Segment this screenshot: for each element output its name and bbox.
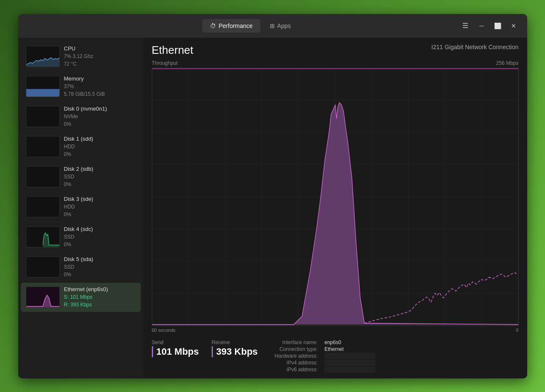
ipv4-address-val xyxy=(324,360,375,366)
main-title: Ethernet xyxy=(152,44,193,57)
disk5-thumbnail xyxy=(26,256,60,278)
performance-icon: ⏱ xyxy=(210,22,216,29)
menu-button[interactable]: ☰ xyxy=(459,19,472,32)
memory-info: Memory 37% 5.78 GiB/15.5 GiB xyxy=(64,75,136,98)
sidebar-item-disk0[interactable]: Disk 0 (nvme0n1) NVMe 0% xyxy=(21,102,141,131)
sidebar-item-memory[interactable]: Memory 37% 5.78 GiB/15.5 GiB xyxy=(21,72,141,101)
sidebar-item-disk3[interactable]: Disk 3 (sde) HDD 0% xyxy=(21,192,141,222)
x-start-label: 60 seconds xyxy=(152,328,176,333)
close-button[interactable]: ✕ xyxy=(507,19,520,32)
content-area: CPU 7% 3.12 Ghz 72 °C Memory 37% 5.78 Gi… xyxy=(18,38,527,378)
disk0-thumbnail xyxy=(26,106,60,127)
memory-thumbnail xyxy=(26,76,60,97)
connection-type-val: Ethernet xyxy=(324,346,375,352)
window-controls: ☰ ─ ⬜ ✕ xyxy=(459,19,520,32)
receive-label: Receive xyxy=(212,339,258,345)
disk3-info: Disk 3 (sde) HDD 0% xyxy=(64,196,136,218)
disk1-info: Disk 1 (sdd) HDD 0% xyxy=(64,136,136,158)
ethernet-info: Ethernet (enp6s0) S: 101 Mbps R: 393 Kbp… xyxy=(64,286,136,309)
hardware-address-val xyxy=(324,353,375,359)
ethernet-thumbnail xyxy=(26,286,60,308)
main-subtitle: I211 Gigabit Network Connection xyxy=(431,44,518,50)
svg-marker-8 xyxy=(152,103,518,325)
chart-bottom-labels: 60 seconds 0 xyxy=(152,328,519,333)
disk2-info: Disk 2 (sdb) SSD 0% xyxy=(64,166,136,188)
disk2-thumbnail xyxy=(26,166,60,187)
chart-container xyxy=(152,68,519,326)
throughput-label: Throughput xyxy=(152,60,178,66)
y-max-label: 256 Mbps xyxy=(496,60,519,66)
main-header: Ethernet I211 Gigabit Network Connection xyxy=(143,38,527,60)
maximize-button[interactable]: ⬜ xyxy=(491,19,504,32)
svg-marker-0 xyxy=(26,58,59,67)
svg-rect-6 xyxy=(152,68,518,325)
chart-area: Throughput 256 Mbps xyxy=(152,60,519,335)
tab-performance[interactable]: ⏱ Performance xyxy=(202,19,260,33)
connection-type-key: Connection type: xyxy=(275,346,318,352)
tab-bar: ⏱ Performance ⊞ Apps xyxy=(202,19,298,33)
tab-apps-label: Apps xyxy=(277,22,291,29)
interface-name-key: Interface name: xyxy=(275,339,318,345)
disk5-info: Disk 5 (sda) SSD 0% xyxy=(64,256,136,278)
main-window: ⏱ Performance ⊞ Apps ☰ ─ ⬜ ✕ xyxy=(18,14,527,378)
disk4-info: Disk 4 (sdc) SSD 0% xyxy=(64,226,136,248)
cpu-thumbnail xyxy=(26,46,60,67)
titlebar: ⏱ Performance ⊞ Apps ☰ ─ ⬜ ✕ xyxy=(18,14,527,38)
ipv6-address-key: IPv6 address: xyxy=(275,367,318,373)
tab-performance-label: Performance xyxy=(218,22,252,29)
sidebar-item-disk1[interactable]: Disk 1 (sdd) HDD 0% xyxy=(21,132,141,161)
sidebar-item-disk4[interactable]: Disk 4 (sdc) SSD 0% xyxy=(21,222,141,252)
disk4-thumbnail xyxy=(26,226,60,247)
x-end-label: 0 xyxy=(516,328,518,333)
disk0-info: Disk 0 (nvme0n1) NVMe 0% xyxy=(64,106,136,128)
interface-name-val: enp6s0 xyxy=(324,339,375,345)
svg-rect-5 xyxy=(152,68,518,325)
sidebar-item-disk2[interactable]: Disk 2 (sdb) SSD 0% xyxy=(21,162,141,192)
ipv6-address-val xyxy=(324,367,375,373)
receive-value: 393 Kbps xyxy=(212,346,258,357)
disk1-thumbnail xyxy=(26,136,60,157)
send-value: 101 Mbps xyxy=(152,346,199,357)
sidebar-item-ethernet[interactable]: Ethernet (enp6s0) S: 101 Mbps R: 393 Kbp… xyxy=(21,283,141,312)
hardware-address-key: Hardware address: xyxy=(275,353,318,359)
receive-metric: Receive 393 Kbps xyxy=(212,339,258,373)
sidebar-item-cpu[interactable]: CPU 7% 3.12 Ghz 72 °C xyxy=(21,42,141,71)
ipv4-address-key: IPv4 address: xyxy=(275,360,318,366)
send-recv-panel: Send 101 Mbps Receive 393 Kbps xyxy=(152,339,258,373)
tab-apps[interactable]: ⊞ Apps xyxy=(262,19,299,33)
main-panel: Ethernet I211 Gigabit Network Connection… xyxy=(143,38,527,378)
details-grid: Interface name: enp6s0 Connection type: … xyxy=(275,339,375,373)
disk3-thumbnail xyxy=(26,196,60,217)
send-label: Send xyxy=(152,339,199,345)
apps-icon: ⊞ xyxy=(270,22,275,29)
minimize-button[interactable]: ─ xyxy=(475,19,488,32)
info-section: Send 101 Mbps Receive 393 Kbps Interface… xyxy=(143,335,527,378)
sidebar: CPU 7% 3.12 Ghz 72 °C Memory 37% 5.78 Gi… xyxy=(18,38,143,378)
sidebar-item-disk5[interactable]: Disk 5 (sda) SSD 0% xyxy=(21,253,141,282)
send-metric: Send 101 Mbps xyxy=(152,339,199,373)
cpu-info: CPU 7% 3.12 Ghz 72 °C xyxy=(64,45,136,68)
chart-labels-top: Throughput 256 Mbps xyxy=(152,60,519,66)
